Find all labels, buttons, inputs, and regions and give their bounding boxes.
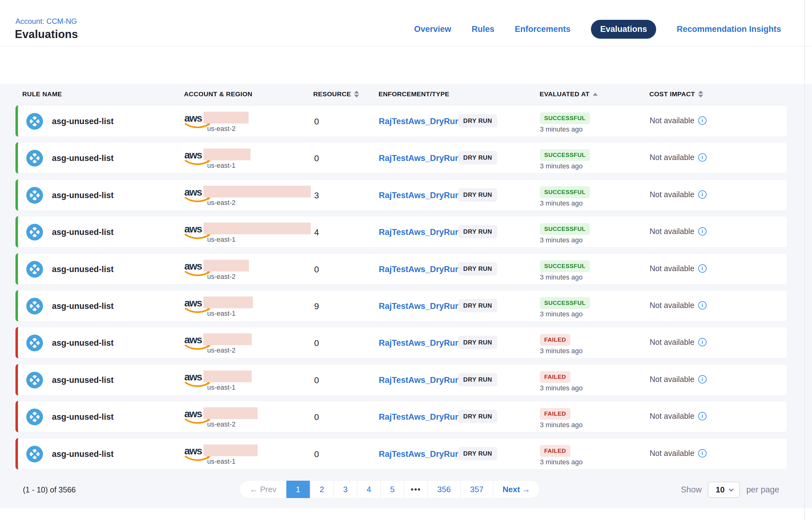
next-page-button[interactable]: Next → — [493, 481, 539, 498]
enforcement-link[interactable]: RajTestAws_DryRun — [379, 265, 460, 274]
evaluated-time: 3 minutes ago — [540, 199, 583, 207]
evaluation-type-badge: DRY RUN — [458, 225, 497, 238]
nav-overview[interactable]: Overview — [414, 24, 451, 34]
region-label: us-east-2 — [207, 199, 235, 207]
table-row[interactable]: asg-unused-list aws us-east-2 0 RajTestA… — [16, 327, 787, 359]
evaluation-type-badge: DRY RUN — [458, 373, 497, 386]
enforcement-link[interactable]: RajTestAws_DryRun — [379, 449, 460, 459]
rule-icon — [26, 187, 43, 204]
redacted-account-name — [203, 112, 249, 124]
rule-name: asg-unused-list — [52, 228, 114, 237]
cost-impact: Not available i — [650, 190, 706, 199]
status-badge: FAILED — [540, 371, 570, 383]
cost-impact: Not available i — [650, 153, 706, 162]
page-button-2[interactable]: 2 — [310, 481, 333, 498]
redacted-account-name — [203, 186, 311, 198]
page-button-357[interactable]: 357 — [460, 481, 493, 498]
evaluation-type-badge: DRY RUN — [458, 447, 497, 460]
region-label: us-east-1 — [207, 310, 235, 317]
redacted-account-name — [203, 223, 311, 234]
rule-icon — [26, 261, 43, 278]
nav-recommendation-insights[interactable]: Recommendation Insights — [677, 24, 781, 34]
redacted-account-name — [203, 370, 252, 382]
prev-page-button[interactable]: ← Prev — [240, 481, 286, 498]
nav-rules[interactable]: Rules — [472, 24, 495, 34]
breadcrumb[interactable]: Account: CCM-NG — [16, 17, 77, 26]
table-row[interactable]: asg-unused-list aws us-east-2 3 RajTestA… — [16, 179, 787, 211]
column-header-cost-impact[interactable]: COST IMPACT — [649, 90, 703, 98]
table-row[interactable]: asg-unused-list aws us-east-1 0 RajTestA… — [16, 438, 787, 470]
column-header-evaluated-at[interactable]: EVALUATED AT — [539, 90, 598, 98]
nav-evaluations[interactable]: Evaluations — [591, 20, 656, 39]
rule-icon — [26, 150, 43, 166]
enforcement-link[interactable]: RajTestAws_DryRun — [379, 375, 460, 385]
region-label: us-east-1 — [207, 458, 235, 466]
redacted-account-name — [203, 444, 258, 456]
region-label: us-east-2 — [207, 273, 235, 281]
table-row[interactable]: asg-unused-list aws us-east-2 0 RajTestA… — [16, 401, 787, 433]
region-label: us-east-2 — [207, 346, 235, 355]
info-icon[interactable]: i — [698, 301, 706, 310]
info-icon[interactable]: i — [698, 412, 706, 420]
rule-name: asg-unused-list — [52, 191, 114, 200]
nav-enforcements[interactable]: Enforcements — [515, 24, 570, 34]
table-row[interactable]: asg-unused-list aws us-east-1 4 RajTestA… — [16, 216, 787, 248]
info-icon[interactable]: i — [698, 190, 706, 199]
enforcement-link[interactable]: RajTestAws_DryRun — [379, 228, 460, 237]
sort-asc-icon[interactable] — [593, 93, 598, 96]
rule-name: asg-unused-list — [52, 302, 114, 311]
filter-bar: Show: Resource Count > 0 Evaluation Stat… — [0, 47, 812, 84]
rule-name: asg-unused-list — [52, 412, 114, 422]
redacted-account-name — [203, 260, 249, 271]
table-row[interactable]: asg-unused-list aws us-east-1 0 RajTestA… — [16, 364, 787, 396]
info-icon[interactable]: i — [698, 375, 706, 384]
enforcement-link[interactable]: RajTestAws_DryRun — [379, 302, 460, 311]
cost-impact: Not available i — [650, 338, 706, 347]
rule-icon — [26, 298, 43, 314]
page-button-356[interactable]: 356 — [427, 481, 460, 498]
per-page-select[interactable]: 10 — [708, 482, 740, 498]
page-button-5[interactable]: 5 — [380, 481, 404, 498]
page-title: Evaluations — [15, 28, 78, 41]
column-header-account-region: ACCOUNT & REGION — [184, 90, 252, 98]
info-icon[interactable]: i — [698, 116, 706, 125]
info-icon[interactable]: i — [698, 264, 706, 273]
cost-impact: Not available i — [650, 412, 706, 421]
rule-name: asg-unused-list — [52, 154, 114, 163]
page-ellipsis[interactable]: ••• — [404, 481, 427, 498]
evaluated-time: 3 minutes ago — [540, 236, 583, 244]
table-row[interactable]: asg-unused-list aws us-east-2 0 RajTestA… — [16, 253, 787, 285]
region-label: us-east-1 — [207, 161, 235, 170]
rule-name: asg-unused-list — [52, 265, 114, 274]
info-icon[interactable]: i — [698, 227, 706, 236]
info-icon[interactable]: i — [698, 153, 706, 161]
page-edge-divider — [804, 0, 805, 520]
enforcement-link[interactable]: RajTestAws_DryRun — [379, 412, 460, 422]
enforcement-link[interactable]: RajTestAws_DryRun — [379, 117, 460, 126]
table-row[interactable]: asg-unused-list aws us-east-1 0 RajTestA… — [16, 142, 787, 174]
enforcement-link[interactable]: RajTestAws_DryRun — [379, 338, 460, 348]
info-icon[interactable]: i — [698, 449, 706, 458]
cost-impact: Not available i — [650, 227, 706, 236]
sort-icon[interactable] — [698, 91, 703, 98]
cost-impact: Not available i — [650, 301, 706, 310]
page-button-4[interactable]: 4 — [357, 481, 380, 498]
table-row[interactable]: asg-unused-list aws us-east-1 9 RajTestA… — [16, 290, 787, 321]
evaluated-time: 3 minutes ago — [540, 162, 583, 170]
enforcement-link[interactable]: RajTestAws_DryRun — [379, 191, 460, 200]
column-header-resource[interactable]: RESOURCE — [313, 90, 359, 98]
redacted-account-name — [203, 296, 253, 308]
rule-icon — [26, 224, 43, 240]
page-button-1[interactable]: 1 — [286, 481, 310, 498]
resource-count: 0 — [314, 265, 319, 275]
page-button-3[interactable]: 3 — [333, 481, 357, 498]
info-icon[interactable]: i — [698, 338, 706, 346]
sort-icon[interactable] — [354, 91, 359, 98]
per-page-control: Show 10 per page — [681, 482, 779, 498]
region-label: us-east-1 — [207, 236, 235, 243]
table-row[interactable]: asg-unused-list aws us-east-2 0 RajTestA… — [16, 105, 787, 137]
column-header-enforcement-type: ENFORCEMENT/TYPE — [379, 90, 449, 98]
evaluation-type-badge: DRY RUN — [458, 188, 497, 202]
enforcement-link[interactable]: RajTestAws_DryRun — [379, 154, 460, 163]
cost-impact: Not available i — [650, 264, 706, 273]
